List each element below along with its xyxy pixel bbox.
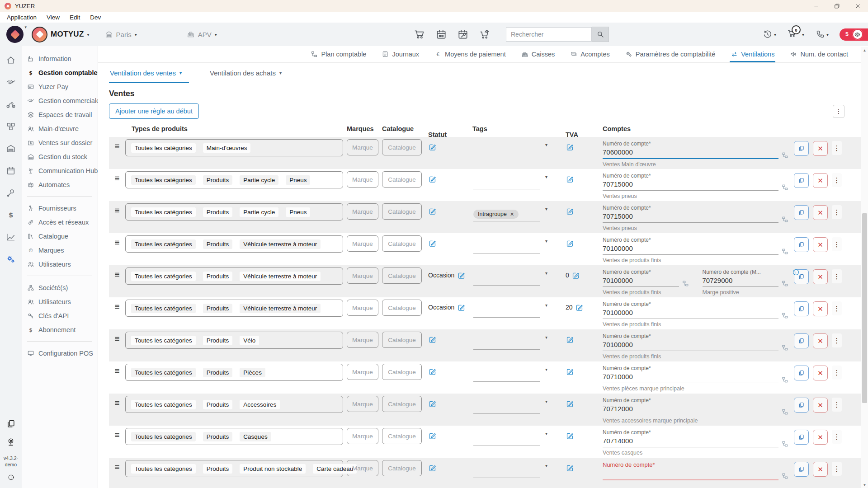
catalogue-input[interactable]: Catalogue [382, 332, 422, 348]
product-types-field[interactable]: Toutes les catégoriesProduitsVélo [125, 332, 343, 349]
account-field[interactable]: Numéro de compte*70100000Ventes de produ… [603, 233, 790, 263]
sidebar-item-main-d-uvre[interactable]: Main-d'œuvre [22, 122, 98, 136]
tab-plan-comptable[interactable]: Plan comptable [310, 46, 367, 62]
vehicle-planning-button[interactable] [435, 28, 447, 40]
sidebar-item-espaces-de-travail[interactable]: Espaces de travail [22, 108, 98, 122]
sidebar-item-abonnement[interactable]: Abonnement [22, 323, 98, 337]
drag-handle-icon[interactable]: ≡ [114, 302, 119, 311]
row-more-button[interactable]: ⋮ [832, 462, 842, 476]
edit-statut-button[interactable] [428, 175, 437, 185]
catalogue-input[interactable]: Catalogue [382, 460, 422, 476]
sidebar-item-gestion-comptable[interactable]: Gestion comptable [22, 66, 98, 80]
edit-tva-button[interactable] [566, 335, 574, 346]
org-switcher[interactable]: MOTYUZ ▾ [32, 27, 90, 42]
vehicle-cart-button[interactable] [479, 28, 491, 40]
close-button[interactable] [847, 0, 868, 12]
drag-handle-icon[interactable]: ≡ [114, 366, 119, 375]
delete-rule-button[interactable]: ✕ [813, 141, 828, 156]
product-types-field[interactable]: Toutes les catégoriesProduitsVéhicule te… [125, 267, 343, 285]
drag-handle-icon[interactable]: ≡ [114, 206, 119, 215]
sidebar-item-catalogue[interactable]: Catalogue [22, 229, 98, 243]
product-types-field[interactable]: Toutes les catégoriesProduitsPartie cycl… [125, 203, 343, 221]
account-field[interactable]: Numéro de compte*70710000Ventes pièces m… [603, 361, 790, 392]
tab-caisses[interactable]: Caisses [520, 46, 556, 62]
edit-statut-button[interactable] [428, 335, 437, 346]
drag-handle-icon[interactable]: ≡ [114, 270, 119, 279]
account-field[interactable]: Numéro de compte*70100000Ventes de produ… [603, 265, 691, 296]
account-field[interactable]: Numéro de compte*70715000Ventes pneus [603, 169, 790, 199]
drag-handle-icon[interactable]: ≡ [114, 334, 119, 343]
duplicate-rule-button[interactable] [794, 398, 809, 413]
phone-menu[interactable]: ▾ [815, 29, 829, 39]
duplicate-rule-button[interactable] [794, 333, 809, 348]
sidebar-item-automates[interactable]: Automates [22, 178, 98, 192]
marque-input[interactable]: Marque [347, 267, 378, 284]
duplicate-rule-button[interactable] [794, 301, 809, 316]
duplicate-rule-button[interactable] [794, 430, 809, 445]
catalogue-input[interactable]: Catalogue [382, 171, 422, 188]
marque-input[interactable]: Marque [347, 300, 378, 316]
marque-input[interactable]: Marque [347, 364, 378, 380]
account-field[interactable]: Numéro de compte*70100000Ventes de produ… [603, 297, 790, 328]
row-more-button[interactable]: ⋮ [832, 269, 842, 283]
restore-button[interactable] [826, 0, 847, 12]
rail-item-webcam[interactable] [6, 437, 16, 449]
cart-menu[interactable]: 0 ▾ [787, 28, 804, 40]
edit-tva-button[interactable] [566, 432, 574, 442]
subtab-ventilation-des-achats[interactable]: Ventilation des achats▾ [209, 67, 289, 83]
marque-input[interactable]: Marque [347, 332, 378, 348]
sidebar-item-utilisateurs[interactable]: Utilisateurs [22, 295, 98, 309]
tab-moyens-de-paiement[interactable]: Moyens de paiement [434, 46, 507, 62]
rail-item-copy[interactable] [6, 419, 16, 431]
account-field[interactable]: Numéro de compte*70714000Ventes casques [603, 426, 790, 456]
edit-tva-button[interactable] [566, 143, 574, 153]
product-types-field[interactable]: Toutes les catégoriesProduitsCasques [125, 428, 343, 445]
sidebar-item-gestion-du-stock[interactable]: Gestion du stock [22, 150, 98, 164]
sidebar-item-utilisateurs[interactable]: Utilisateurs [22, 257, 98, 271]
row-more-button[interactable]: ⋮ [832, 430, 842, 444]
catalogue-input[interactable]: Catalogue [382, 235, 422, 252]
sidebar-item-yuzer-pay[interactable]: Yuzer Pay [22, 80, 98, 94]
drag-handle-icon[interactable]: ≡ [114, 142, 119, 150]
search-button[interactable] [592, 27, 609, 42]
tab-journaux[interactable]: Journaux [381, 46, 420, 62]
rail-item-info[interactable] [8, 474, 14, 483]
scroll-down-icon[interactable]: ▼ [861, 482, 868, 488]
product-types-field[interactable]: Toutes les catégoriesProduitsProduit non… [125, 460, 343, 477]
drag-handle-icon[interactable]: ≡ [114, 238, 119, 247]
product-types-field[interactable]: Toutes les catégoriesMain-d'œuvres [125, 139, 343, 156]
edit-statut-button[interactable] [428, 432, 437, 442]
edit-tva-button[interactable] [571, 271, 580, 282]
department-picker[interactable]: APV ▾ [187, 30, 217, 38]
product-types-field[interactable]: Toutes les catégoriesProduitsVéhicule te… [125, 235, 343, 253]
tab-param-tres-de-comptabilit[interactable]: Paramètres de comptabilité [624, 46, 717, 62]
edit-tva-button[interactable] [566, 399, 574, 410]
row-more-button[interactable]: ⋮ [832, 205, 842, 219]
edit-statut-button[interactable] [428, 143, 437, 153]
edit-statut-button[interactable] [457, 271, 466, 282]
edit-statut-button[interactable] [428, 367, 437, 378]
search-input[interactable] [506, 27, 592, 42]
account-field[interactable]: Numéro de compte*70100000Ventes de produ… [603, 329, 790, 360]
delete-rule-button[interactable]: ✕ [813, 237, 828, 252]
sidebar-item-cl-s-d-api[interactable]: Clés d'API [22, 309, 98, 323]
rail-item-blocks[interactable] [6, 122, 16, 133]
sidebar-item-communication-hub[interactable]: Communication Hub [22, 164, 98, 178]
menu-view[interactable]: View [42, 14, 65, 21]
marque-input[interactable]: Marque [347, 428, 378, 444]
catalogue-input[interactable]: Catalogue [382, 203, 422, 220]
edit-statut-button[interactable] [457, 303, 466, 314]
catalogue-input[interactable]: Catalogue [382, 428, 422, 444]
edit-statut-button[interactable] [428, 464, 437, 474]
delete-rule-button[interactable]: ✕ [813, 398, 828, 413]
delete-rule-button[interactable]: ✕ [813, 333, 828, 348]
marque-input[interactable]: Marque [347, 396, 378, 412]
menu-edit[interactable]: Edit [65, 14, 85, 21]
cart-shortcut-button[interactable] [414, 28, 425, 40]
catalogue-input[interactable]: Catalogue [382, 267, 422, 284]
table-more-button[interactable]: ⋮ [833, 105, 844, 118]
rail-item-wrench[interactable] [6, 188, 16, 200]
duplicate-rule-button[interactable] [794, 205, 809, 220]
alert-badge[interactable]: 5 [840, 28, 868, 41]
menu-application[interactable]: Application [2, 14, 42, 21]
